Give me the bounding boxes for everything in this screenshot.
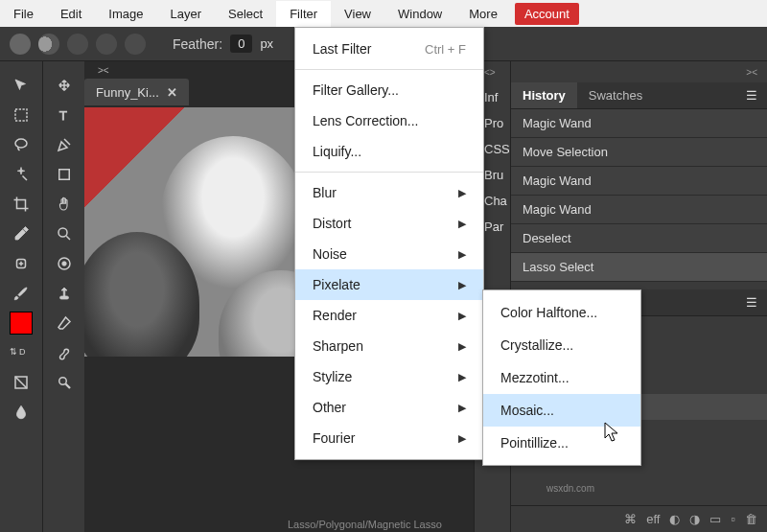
selection-subtract-icon[interactable] bbox=[67, 34, 88, 55]
history-item[interactable]: Magic Wand bbox=[511, 109, 767, 138]
clone-tool-icon[interactable] bbox=[47, 279, 81, 308]
marquee-tool-icon[interactable] bbox=[4, 101, 38, 129]
mezzotint-item[interactable]: Mezzotint... bbox=[483, 361, 640, 394]
close-tab-icon[interactable]: ✕ bbox=[167, 85, 177, 100]
color-picker-tool-icon[interactable] bbox=[47, 249, 81, 278]
menu-select[interactable]: Select bbox=[215, 1, 276, 27]
distort-submenu-item[interactable]: Distort▶ bbox=[295, 208, 483, 239]
layer-effects-icon[interactable]: eff bbox=[646, 512, 660, 526]
selection-intersect-icon[interactable] bbox=[96, 34, 117, 55]
menu-view[interactable]: View bbox=[331, 1, 384, 27]
type-tool-icon[interactable]: T bbox=[47, 101, 81, 129]
eraser-tool-icon[interactable] bbox=[47, 309, 81, 337]
crop-tool-icon[interactable] bbox=[4, 190, 38, 219]
menu-edit[interactable]: Edit bbox=[47, 1, 95, 27]
svg-rect-0 bbox=[15, 109, 27, 121]
svg-point-6 bbox=[58, 228, 67, 237]
filter-gallery-item[interactable]: Filter Gallery... bbox=[295, 75, 483, 105]
history-tab[interactable]: History bbox=[511, 82, 577, 108]
selection-xor-icon[interactable] bbox=[125, 34, 146, 55]
lasso-tool-icon[interactable] bbox=[4, 130, 38, 159]
panel-menu-icon[interactable]: ☰ bbox=[736, 289, 767, 315]
last-filter-item[interactable]: Last Filter Ctrl + F bbox=[295, 34, 483, 64]
submenu-arrow-icon: ▶ bbox=[458, 218, 466, 230]
eyedropper-tool-icon[interactable] bbox=[4, 220, 38, 248]
crystallize-item[interactable]: Crystallize... bbox=[483, 329, 640, 361]
feather-unit: px bbox=[260, 36, 273, 51]
submenu-arrow-icon: ▶ bbox=[458, 187, 466, 199]
delete-layer-icon[interactable]: 🗑 bbox=[745, 512, 757, 526]
layers-footer: ⌘ eff ◐ ◑ ▭ ▫ 🗑 bbox=[511, 505, 767, 532]
main-menubar: File Edit Image Layer Select Filter View… bbox=[0, 0, 767, 27]
selection-add-icon[interactable] bbox=[38, 34, 59, 55]
history-item[interactable]: Lasso Select bbox=[511, 253, 767, 282]
history-item[interactable]: Deselect bbox=[511, 224, 767, 253]
artboard-tool-icon[interactable] bbox=[47, 71, 81, 100]
collapse-right-icon[interactable]: >< bbox=[746, 67, 757, 78]
swap-default-swatch[interactable]: ⇅D bbox=[4, 338, 38, 367]
blur-tool-icon[interactable] bbox=[4, 398, 38, 427]
history-item[interactable]: Magic Wand bbox=[511, 167, 767, 196]
liquify-item[interactable]: Liquify... bbox=[295, 136, 483, 167]
svg-point-8 bbox=[61, 262, 66, 266]
sharpen-submenu-item[interactable]: Sharpen▶ bbox=[295, 331, 483, 361]
magic-wand-tool-icon[interactable] bbox=[4, 160, 38, 189]
brush-tool-icon[interactable] bbox=[4, 279, 38, 308]
menu-label: Last Filter bbox=[313, 41, 371, 57]
lens-correction-item[interactable]: Lens Correction... bbox=[295, 105, 483, 136]
adjustment-layer-icon[interactable]: ◑ bbox=[689, 512, 700, 526]
swatches-tab[interactable]: Swatches bbox=[577, 82, 654, 108]
menu-more[interactable]: More bbox=[455, 1, 511, 27]
panel-menu-icon[interactable]: ☰ bbox=[736, 82, 767, 108]
new-layer-icon[interactable]: ▫ bbox=[731, 512, 735, 526]
menu-window[interactable]: Window bbox=[384, 1, 455, 27]
menu-filter[interactable]: Filter bbox=[276, 1, 331, 27]
document-tabbar: Funny_Ki... ✕ bbox=[84, 79, 189, 105]
dodge-tool-icon[interactable] bbox=[47, 368, 81, 397]
submenu-arrow-icon: ▶ bbox=[458, 371, 466, 383]
gradient-tool-icon[interactable] bbox=[4, 368, 38, 397]
svg-rect-5 bbox=[58, 170, 69, 180]
collapse-left-icon[interactable]: >< bbox=[98, 65, 109, 76]
zoom-tool-icon[interactable] bbox=[47, 220, 81, 248]
menu-file[interactable]: File bbox=[0, 1, 47, 27]
history-panel-tabs: History Swatches ☰ bbox=[511, 82, 767, 109]
smudge-tool-icon[interactable] bbox=[47, 338, 81, 367]
noise-submenu-item[interactable]: Noise▶ bbox=[295, 239, 483, 269]
pixelate-submenu-item[interactable]: Pixelate▶ bbox=[295, 269, 483, 300]
svg-point-1 bbox=[15, 139, 27, 148]
render-submenu-item[interactable]: Render▶ bbox=[295, 300, 483, 331]
history-item[interactable]: Move Selection bbox=[511, 138, 767, 167]
menu-account[interactable]: Account bbox=[515, 3, 579, 25]
healing-tool-icon[interactable] bbox=[4, 249, 38, 278]
fourier-submenu-item[interactable]: Fourier▶ bbox=[295, 423, 483, 453]
menu-shortcut: Ctrl + F bbox=[425, 42, 466, 57]
new-folder-icon[interactable]: ▭ bbox=[709, 512, 721, 526]
svg-point-10 bbox=[58, 378, 66, 385]
stylize-submenu-item[interactable]: Stylize▶ bbox=[295, 361, 483, 392]
document-tab-label: Funny_Ki... bbox=[96, 85, 159, 100]
history-list: Magic Wand Move Selection Magic Wand Mag… bbox=[511, 109, 767, 282]
link-layers-icon[interactable]: ⌘ bbox=[624, 512, 637, 526]
shape-tool-icon[interactable] bbox=[47, 160, 81, 189]
history-item[interactable]: Magic Wand bbox=[511, 196, 767, 224]
menu-layer[interactable]: Layer bbox=[157, 1, 216, 27]
document-tab[interactable]: Funny_Ki... ✕ bbox=[84, 79, 189, 105]
selection-new-icon[interactable] bbox=[10, 34, 31, 55]
svg-rect-9 bbox=[59, 296, 68, 299]
watermark-text: wsxdn.com bbox=[546, 483, 594, 494]
layer-mask-icon[interactable]: ◐ bbox=[669, 512, 680, 526]
move-tool-icon[interactable] bbox=[4, 71, 38, 100]
pen-tool-icon[interactable] bbox=[47, 130, 81, 159]
submenu-arrow-icon: ▶ bbox=[458, 402, 466, 414]
menu-image[interactable]: Image bbox=[95, 1, 156, 27]
svg-text:T: T bbox=[58, 108, 66, 123]
hand-tool-icon[interactable] bbox=[47, 190, 81, 219]
foreground-swatch[interactable] bbox=[4, 309, 38, 337]
feather-value[interactable]: 0 bbox=[230, 35, 252, 53]
blur-submenu-item[interactable]: Blur▶ bbox=[295, 177, 483, 208]
filter-menu-dropdown: Last Filter Ctrl + F Filter Gallery... L… bbox=[294, 27, 484, 460]
color-halftone-item[interactable]: Color Halftone... bbox=[483, 296, 640, 329]
submenu-arrow-icon: ▶ bbox=[458, 340, 466, 353]
other-submenu-item[interactable]: Other▶ bbox=[295, 392, 483, 423]
